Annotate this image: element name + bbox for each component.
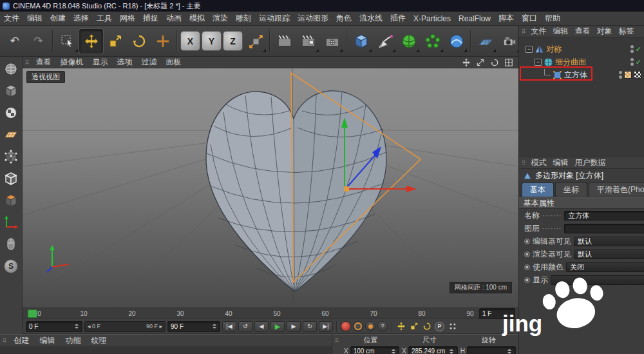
rotate-view-icon[interactable] — [490, 58, 499, 67]
keyframe-radio-icon[interactable] — [524, 251, 530, 257]
collapse-toggle-icon[interactable]: − — [535, 59, 542, 66]
tab-coordinates[interactable]: 坐标 — [555, 182, 587, 197]
menu-realflow[interactable]: RealFlow — [455, 14, 495, 23]
panel-grip-icon[interactable]: ⠿ — [0, 337, 9, 344]
display-dropdown[interactable] — [551, 275, 644, 285]
menu-sculpt[interactable]: 雕刻 — [232, 13, 255, 24]
menu-tools[interactable]: 工具 — [93, 13, 116, 24]
am-menu-edit[interactable]: 编辑 — [550, 157, 572, 168]
scale-tool-button[interactable] — [103, 29, 127, 54]
size-x-field[interactable]: 285.249 cm — [408, 346, 458, 354]
toggle-views-icon[interactable] — [504, 58, 513, 67]
add-camera-button[interactable] — [497, 29, 521, 54]
texture-mode-button[interactable] — [2, 104, 20, 122]
menu-edit[interactable]: 编辑 — [23, 13, 46, 24]
menu-file[interactable]: 文件 — [0, 13, 23, 24]
material-menu-edit[interactable]: 编辑 — [35, 335, 61, 346]
last-used-tool-button[interactable] — [151, 29, 175, 54]
modeling-generators-button[interactable] — [421, 29, 444, 54]
menu-help[interactable]: 帮助 — [541, 13, 564, 24]
record-keyframe-button[interactable] — [341, 321, 351, 331]
enabled-check-icon[interactable]: ✓ — [636, 45, 641, 54]
viewport-menu-display[interactable]: 显示 — [88, 57, 113, 68]
material-list-area[interactable] — [0, 346, 332, 354]
panel-grip-icon[interactable]: ⠿ — [23, 59, 32, 66]
move-tool-button[interactable] — [79, 29, 103, 54]
panel-grip-icon[interactable]: ⠿ — [519, 160, 528, 166]
frame-range-slider[interactable]: ◂ 0 F 90 F ▸ — [84, 321, 166, 332]
play-button[interactable]: ▶ — [270, 321, 285, 332]
loop-button[interactable]: ↻ — [303, 321, 317, 332]
playhead[interactable] — [28, 310, 37, 318]
material-menu-function[interactable]: 功能 — [61, 335, 86, 346]
menu-motion-tracker[interactable]: 运动跟踪 — [255, 13, 294, 24]
menu-window[interactable]: 窗口 — [518, 13, 541, 24]
use-color-dropdown[interactable]: 关闭 — [566, 262, 644, 272]
points-mode-button[interactable] — [2, 148, 20, 166]
name-field[interactable]: 立方体 — [564, 211, 644, 221]
redo-button[interactable]: ↷ — [26, 29, 50, 54]
object-row-subdivision-surface[interactable]: − 细分曲面 ✓ — [519, 55, 644, 68]
object-label[interactable]: 细分曲面 — [555, 57, 586, 68]
goto-end-button[interactable]: ▶| — [319, 321, 333, 332]
object-label[interactable]: 对称 — [546, 44, 562, 55]
autokey-button[interactable] — [353, 321, 363, 331]
render-settings-button[interactable] — [320, 29, 344, 54]
polygons-mode-button[interactable] — [2, 192, 20, 210]
editor-visibility-dropdown[interactable]: 默认 — [574, 237, 644, 246]
model-mode-button[interactable] — [2, 82, 20, 100]
live-selection-button[interactable] — [55, 29, 79, 54]
panel-grip-icon[interactable]: ⠿ — [506, 323, 515, 329]
view-label[interactable]: 透视视图 — [26, 71, 65, 83]
basic-properties-header[interactable]: 基本属性 — [519, 197, 644, 209]
menu-animate[interactable]: 动画 — [162, 13, 185, 24]
menu-create[interactable]: 创建 — [46, 13, 70, 24]
om-menu-objects[interactable]: 对象 — [594, 26, 616, 37]
add-cube-button[interactable] — [349, 29, 373, 54]
enable-axis-button[interactable] — [2, 213, 20, 231]
timeline-ruler[interactable]: 0 10 20 30 40 50 60 70 80 90 1 F — [23, 308, 518, 319]
menu-pipeline[interactable]: 流水线 — [355, 13, 386, 24]
om-menu-edit[interactable]: 编辑 — [550, 26, 572, 37]
am-menu-userdata[interactable]: 用户数据 — [572, 157, 609, 168]
viewport-menu-panel[interactable]: 面板 — [162, 57, 186, 68]
render-to-picture-viewer-button[interactable] — [296, 29, 320, 54]
deformers-button[interactable] — [444, 29, 468, 54]
tab-basic[interactable]: 基本 — [522, 182, 554, 197]
collapse-toggle-icon[interactable]: − — [526, 46, 533, 53]
add-spline-pen-button[interactable] — [373, 29, 397, 54]
snap-toggle-button[interactable]: S — [2, 257, 20, 275]
material-menu-texture[interactable]: 纹理 — [86, 335, 112, 346]
render-view-button[interactable] — [272, 29, 296, 54]
rotate-tool-button[interactable] — [127, 29, 151, 54]
position-key-toggle[interactable] — [395, 321, 406, 332]
object-label[interactable]: 立方体 — [564, 70, 587, 81]
undo-button[interactable]: ↶ — [3, 29, 26, 54]
am-menu-mode[interactable]: 模式 — [528, 157, 550, 168]
keyframe-selection-button[interactable] — [365, 321, 375, 331]
make-editable-button[interactable] — [2, 60, 20, 78]
viewport-menu-view[interactable]: 查看 — [32, 57, 56, 68]
z-axis-lock-button[interactable]: Z — [223, 31, 243, 51]
menu-script[interactable]: 脚本 — [495, 13, 518, 24]
panel-grip-icon[interactable]: ⠿ — [332, 337, 341, 344]
edges-mode-button[interactable] — [2, 170, 20, 188]
tab-phong[interactable]: 平滑着色(Phong) — [589, 182, 644, 197]
play-reverse-button[interactable]: ↺ — [238, 321, 252, 332]
heart-mesh-object[interactable] — [206, 91, 386, 291]
menu-select[interactable]: 选择 — [70, 13, 93, 24]
zoom-view-icon[interactable] — [476, 58, 485, 67]
rotation-key-toggle[interactable] — [421, 321, 432, 332]
x-axis-lock-button[interactable]: X — [180, 31, 200, 51]
previous-frame-button[interactable]: ◀ — [254, 321, 269, 332]
menu-xparticles[interactable]: X-Particles — [410, 14, 455, 23]
object-row-cube[interactable]: 立方体 — [519, 68, 644, 81]
goto-start-button[interactable]: |◀ — [222, 321, 236, 332]
panel-grip-icon[interactable]: ⠿ — [519, 28, 528, 35]
coordinate-system-button[interactable] — [243, 29, 267, 54]
pan-view-icon[interactable] — [462, 58, 471, 67]
add-subdivision-surface-button[interactable] — [397, 29, 421, 54]
help-button[interactable]: ? — [377, 321, 388, 331]
menu-plugins[interactable]: 插件 — [386, 13, 410, 24]
rotation-h-field[interactable] — [467, 346, 516, 354]
